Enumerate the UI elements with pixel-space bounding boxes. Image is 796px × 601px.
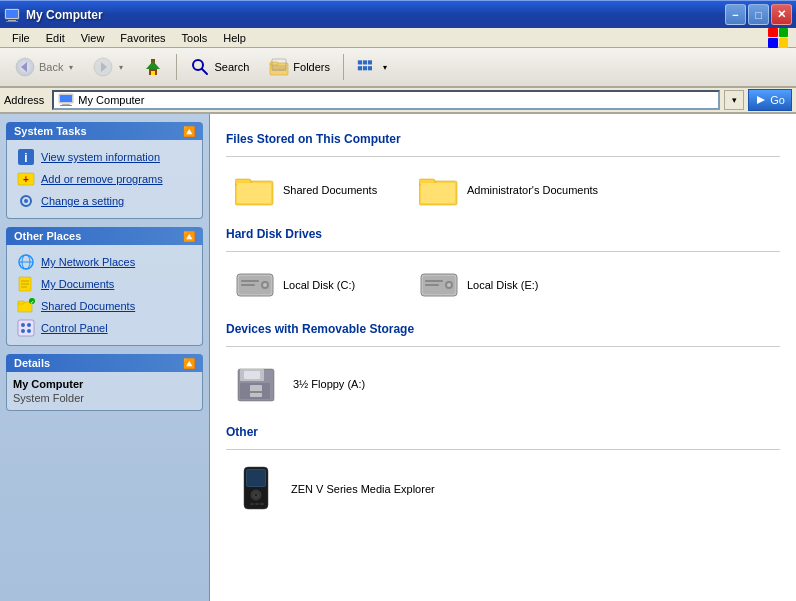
hdd-c-icon bbox=[235, 267, 275, 303]
up-button[interactable] bbox=[134, 52, 172, 82]
system-tasks-panel: System Tasks 🔼 i View system information bbox=[6, 122, 203, 219]
address-input[interactable]: My Computer bbox=[52, 90, 720, 110]
floppy-icon bbox=[235, 362, 285, 406]
menu-tools[interactable]: Tools bbox=[174, 30, 216, 46]
other-places-header[interactable]: Other Places 🔼 bbox=[6, 227, 203, 245]
shared-docs-label: Shared Documents bbox=[283, 184, 377, 196]
svg-point-82 bbox=[255, 494, 258, 497]
view-button[interactable]: ▾ bbox=[348, 52, 396, 82]
search-label: Search bbox=[214, 61, 249, 73]
floppy-item[interactable]: 3½ Floppy (A:) bbox=[226, 357, 406, 411]
folders-button[interactable]: Folders bbox=[260, 52, 339, 82]
windows-logo bbox=[768, 28, 788, 48]
other-grid: ZEN V Series Media Explorer bbox=[226, 460, 780, 518]
change-setting-link[interactable]: Change a setting bbox=[13, 190, 196, 212]
admin-documents-item[interactable]: Administrator's Documents bbox=[410, 167, 607, 213]
menu-favorites[interactable]: Favorites bbox=[112, 30, 173, 46]
svg-rect-79 bbox=[247, 470, 265, 486]
menu-file[interactable]: File bbox=[4, 30, 38, 46]
network-icon bbox=[17, 253, 35, 271]
svg-rect-64 bbox=[241, 284, 255, 286]
my-documents-link[interactable]: My Documents bbox=[13, 273, 196, 295]
svg-rect-85 bbox=[260, 503, 264, 505]
menu-view[interactable]: View bbox=[73, 30, 113, 46]
change-setting-label: Change a setting bbox=[41, 195, 124, 207]
svg-rect-1 bbox=[6, 10, 18, 18]
svg-rect-20 bbox=[358, 60, 362, 64]
section-files-divider bbox=[226, 156, 780, 157]
shared-docs-folder-icon bbox=[235, 172, 275, 208]
network-places-link[interactable]: My Network Places bbox=[13, 251, 196, 273]
svg-rect-21 bbox=[363, 60, 367, 64]
zen-media-label: ZEN V Series Media Explorer bbox=[291, 483, 435, 495]
svg-rect-55 bbox=[237, 183, 271, 203]
control-panel-label: Control Panel bbox=[41, 322, 108, 334]
details-header[interactable]: Details 🔼 bbox=[6, 354, 203, 372]
svg-point-62 bbox=[263, 283, 267, 287]
maximize-button[interactable]: □ bbox=[748, 4, 769, 25]
my-documents-label: My Documents bbox=[41, 278, 114, 290]
system-tasks-collapse[interactable]: 🔼 bbox=[183, 126, 195, 137]
local-disk-c-item[interactable]: Local Disk (C:) bbox=[226, 262, 406, 308]
shared-documents-link[interactable]: ✓ Shared Documents bbox=[13, 295, 196, 317]
other-places-collapse[interactable]: 🔼 bbox=[183, 231, 195, 242]
hdd-grid: Local Disk (C:) Local Disk (E:) bbox=[226, 262, 780, 308]
sidebar: System Tasks 🔼 i View system information bbox=[0, 114, 210, 601]
details-body: My Computer System Folder bbox=[6, 372, 203, 411]
local-disk-c-label: Local Disk (C:) bbox=[283, 279, 355, 291]
go-button[interactable]: Go bbox=[748, 89, 792, 111]
svg-rect-22 bbox=[368, 60, 372, 64]
admin-docs-folder-icon bbox=[419, 172, 459, 208]
view-system-info-label: View system information bbox=[41, 151, 160, 163]
local-disk-e-item[interactable]: Local Disk (E:) bbox=[410, 262, 590, 308]
address-dropdown[interactable]: ▾ bbox=[724, 90, 744, 110]
toolbar-sep-2 bbox=[343, 54, 344, 80]
view-dropdown[interactable]: ▾ bbox=[383, 63, 387, 72]
svg-rect-24 bbox=[363, 66, 367, 70]
other-places-title: Other Places bbox=[14, 230, 81, 242]
info-icon: i bbox=[17, 148, 35, 166]
system-tasks-header[interactable]: System Tasks 🔼 bbox=[6, 122, 203, 140]
svg-rect-15 bbox=[270, 62, 278, 65]
address-computer-icon bbox=[58, 92, 74, 108]
details-collapse[interactable]: 🔼 bbox=[183, 358, 195, 369]
address-label: Address bbox=[4, 94, 44, 106]
back-icon bbox=[15, 57, 35, 77]
view-icon bbox=[357, 57, 377, 77]
section-files-title: Files Stored on This Computer bbox=[226, 132, 780, 146]
minimize-button[interactable]: − bbox=[725, 4, 746, 25]
other-places-body: My Network Places My Documents bbox=[6, 245, 203, 346]
svg-rect-45 bbox=[18, 301, 24, 304]
menu-edit[interactable]: Edit bbox=[38, 30, 73, 46]
back-button[interactable]: Back ▾ bbox=[6, 52, 82, 82]
search-button[interactable]: Search bbox=[181, 52, 258, 82]
svg-rect-84 bbox=[255, 503, 259, 505]
svg-rect-70 bbox=[425, 284, 439, 286]
zen-media-item[interactable]: ZEN V Series Media Explorer bbox=[226, 460, 444, 518]
svg-rect-69 bbox=[425, 280, 443, 282]
add-remove-label: Add or remove programs bbox=[41, 173, 163, 185]
section-other-title: Other bbox=[226, 425, 780, 439]
close-button[interactable]: ✕ bbox=[771, 4, 792, 25]
local-disk-e-label: Local Disk (E:) bbox=[467, 279, 539, 291]
go-label: Go bbox=[770, 94, 785, 106]
svg-text:i: i bbox=[24, 151, 27, 165]
control-panel-link[interactable]: Control Panel bbox=[13, 317, 196, 339]
address-value: My Computer bbox=[78, 94, 144, 106]
section-removable-title: Devices with Removable Storage bbox=[226, 322, 780, 336]
add-remove-programs-link[interactable]: + Add or remove programs bbox=[13, 168, 196, 190]
svg-rect-58 bbox=[421, 183, 455, 203]
svg-marker-9 bbox=[146, 61, 160, 69]
view-system-info-link[interactable]: i View system information bbox=[13, 146, 196, 168]
go-arrow-icon bbox=[755, 94, 767, 106]
svg-point-49 bbox=[21, 323, 25, 327]
folders-icon bbox=[269, 57, 289, 77]
forward-button[interactable]: ▾ bbox=[84, 52, 132, 82]
documents-icon bbox=[17, 275, 35, 293]
svg-rect-29 bbox=[60, 105, 72, 106]
back-dropdown[interactable]: ▾ bbox=[69, 63, 73, 72]
menu-help[interactable]: Help bbox=[215, 30, 254, 46]
forward-dropdown[interactable]: ▾ bbox=[119, 63, 123, 72]
other-places-panel: Other Places 🔼 My Network Places bbox=[6, 227, 203, 346]
shared-documents-item[interactable]: Shared Documents bbox=[226, 167, 406, 213]
